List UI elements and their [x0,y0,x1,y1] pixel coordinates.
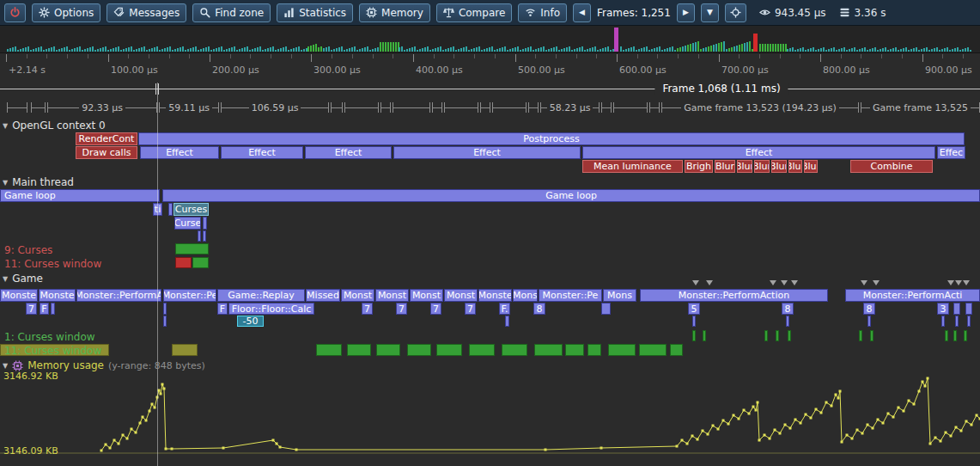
zone-bar[interactable] [505,316,509,327]
collapsed-zones-icon[interactable] [770,280,776,285]
zone-bar[interactable] [192,257,209,268]
zone-bar[interactable]: 8 [863,303,875,315]
collapsed-zones-icon[interactable] [963,280,970,285]
zone-bar[interactable] [692,316,696,327]
collapse-triangle-icon[interactable]: ▼ [3,122,8,130]
zone-bar[interactable]: F [40,303,49,315]
zone-bar[interactable] [203,217,207,230]
zone-bar[interactable] [692,330,696,341]
zone-bar[interactable]: Blur [804,160,818,173]
zone-bar[interactable] [870,330,873,341]
zone-bar[interactable] [198,230,201,242]
zone-bar[interactable]: Mean luminance [582,160,683,173]
zone-bar[interactable]: Monster::PerformActi [845,289,980,302]
zone-bar[interactable]: Monster::PerformA [76,289,161,302]
zone-bar[interactable] [469,344,495,356]
zone-bar[interactable] [776,330,779,341]
statistics-button[interactable]: Statistics [277,3,353,22]
section-header-memory[interactable]: ▼ Memory usage (y-range: 848 bytes) [3,359,205,371]
zone-bar[interactable]: 8 [533,303,545,315]
zone-bar[interactable] [163,316,167,327]
zone-bar[interactable]: 7 [362,303,373,315]
zone-bar[interactable] [436,344,462,356]
zone-bar[interactable] [51,303,55,315]
zone-bar[interactable] [175,243,209,254]
zone-bar[interactable]: Effect [582,146,935,159]
zone-bar[interactable]: Monste [478,289,512,302]
frame-histogram[interactable] [0,26,980,53]
zone-bar[interactable]: -50 [237,316,264,327]
zone-bar[interactable]: Monster::Pe [539,289,602,302]
zone-bar[interactable]: Curses [173,203,209,216]
zone-bar[interactable] [203,230,206,242]
zone-bar[interactable]: Effect [140,146,219,159]
zone-bar[interactable]: Effect [305,146,392,159]
memory-graph[interactable] [0,375,980,466]
collapse-triangle-icon[interactable]: ▼ [3,179,8,187]
zone-bar[interactable]: Game loop [162,189,980,202]
compare-button[interactable]: Compare [436,3,512,22]
zone-bar[interactable]: 8 [782,303,794,315]
collapse-triangle-icon[interactable]: ▼ [3,362,8,370]
zone-bar[interactable]: Mons [513,289,538,302]
zone-bar[interactable] [172,344,198,356]
zone-bar[interactable] [534,344,563,356]
collapsed-zones-icon[interactable] [706,280,713,285]
zone-bar[interactable] [953,303,960,315]
zone-bar[interactable] [601,303,611,315]
collapsed-zones-icon[interactable] [692,280,699,285]
zone-bar[interactable]: Game loop [0,189,160,202]
zone-bar[interactable]: 7 [465,303,476,315]
zone-bar[interactable]: 5 [688,303,700,315]
zone-bar[interactable]: Monste [39,289,76,302]
zone-bar[interactable]: Monste [0,289,38,302]
collapsed-zones-icon[interactable] [947,280,954,285]
zone-bar[interactable]: Monster::Pe [163,289,216,302]
zone-bar[interactable]: F. [499,303,510,315]
info-button[interactable]: Info [518,3,567,22]
zone-bar[interactable] [964,330,967,341]
collapsed-zones-icon[interactable] [955,280,962,285]
zone-bar[interactable]: Monst [410,289,443,302]
memory-button[interactable]: Memory [359,3,430,22]
zone-bar[interactable] [347,344,371,356]
zone-bar[interactable]: Brigh [685,160,713,173]
collapsed-zones-icon[interactable] [791,280,798,285]
zone-bar[interactable] [703,330,706,341]
zone-bar[interactable] [967,316,971,327]
next-frame-button[interactable]: ▶ [677,3,695,22]
zone-bar[interactable] [764,330,768,341]
zone-bar[interactable] [941,316,945,327]
section-header-main-thread[interactable]: ▼ Main thread [3,176,74,188]
zone-bar[interactable]: Blur [754,160,770,173]
messages-button[interactable]: Messages [107,3,186,22]
zone-bar[interactable] [168,203,173,216]
find-zone-button[interactable]: Find zone [192,3,271,22]
zone-bar[interactable] [175,257,192,268]
zone-bar[interactable] [376,344,400,356]
zone-bar[interactable]: Combine [850,160,933,173]
zone-bar[interactable]: 7 [26,303,37,315]
zone-bar[interactable]: Blur [737,160,752,173]
zone-bar[interactable]: Effec [937,146,965,159]
prev-frame-button[interactable]: ◀ [573,3,591,22]
section-header-game[interactable]: ▼ Game [3,273,43,285]
zone-bar[interactable] [788,330,791,341]
zone-bar[interactable] [502,344,527,356]
zone-bar[interactable] [859,330,862,341]
zone-bar[interactable]: Mons [603,289,636,302]
zone-bar[interactable]: Floor::Floor::Calc [228,303,314,315]
collapsed-zones-icon[interactable] [781,280,788,285]
zone-bar[interactable]: Game::Replay [217,289,305,302]
zone-bar[interactable] [407,344,431,356]
zone-bar[interactable] [953,330,957,341]
zone-bar[interactable]: Blur [788,160,802,173]
zone-bar[interactable] [565,344,584,356]
zone-bar[interactable] [786,316,789,327]
zone-bar[interactable]: Monster::PerformAction [640,289,828,302]
zone-bar[interactable]: Blur [771,160,787,173]
collapsed-zones-icon[interactable] [861,280,867,285]
zone-bar[interactable]: Missed [306,289,340,302]
zone-bar[interactable]: Monst [444,289,478,302]
zone-bar[interactable] [867,316,871,327]
